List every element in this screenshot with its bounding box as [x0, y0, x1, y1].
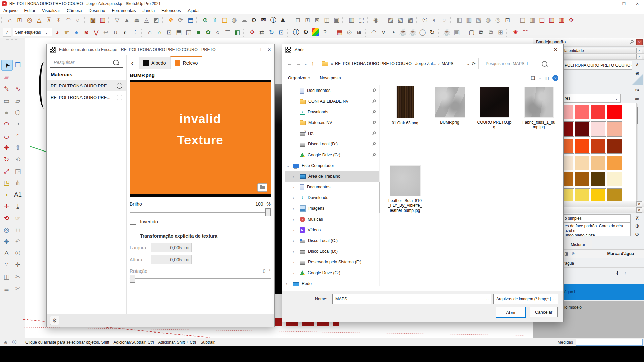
grip[interactable]: [450, 16, 453, 24]
grip[interactable]: [438, 28, 441, 37]
protractor-tool[interactable]: ◖: [1, 189, 12, 200]
height-field[interactable]: 0,005 m: [151, 255, 192, 264]
zoom-box-icon[interactable]: ⊡: [276, 27, 286, 37]
gear-icon[interactable]: ⚙: [301, 27, 311, 37]
tree-chevron-icon[interactable]: ›: [293, 270, 298, 276]
close-button[interactable]: ✕: [264, 44, 274, 55]
color-swatch[interactable]: [607, 105, 622, 120]
view-mode-icon[interactable]: ❏: [531, 75, 535, 81]
settings-gear-button[interactable]: ⚙: [50, 316, 59, 325]
maximize-button[interactable]: ❐: [617, 0, 631, 7]
forward-button[interactable]: →: [294, 59, 303, 68]
tree-item[interactable]: CONTABILIDADE NV: [285, 96, 379, 107]
section-fill-tool[interactable]: ≣: [1, 283, 12, 294]
refresh-icon[interactable]: ⟳: [472, 61, 476, 66]
watermark-icon-2[interactable]: ⊜: [571, 251, 575, 256]
brick-arrow-icon[interactable]: ▤: [537, 15, 547, 25]
color-swatch[interactable]: [591, 172, 606, 187]
upload-icon[interactable]: ⇧: [210, 15, 220, 25]
orbit-tool[interactable]: ⟲: [1, 213, 12, 223]
circle-tool[interactable]: ●: [1, 107, 12, 118]
follow-me-tool[interactable]: ⟲: [13, 154, 23, 165]
explicit-transform-checkbox[interactable]: [130, 233, 136, 239]
inverted-row[interactable]: Invertido: [130, 219, 271, 225]
menu-item[interactable]: Desenho: [85, 8, 108, 13]
arc-tool[interactable]: ◠: [1, 119, 12, 129]
menu-item[interactable]: Ferramentas: [109, 8, 139, 13]
enscape-logo-icon[interactable]: ❖: [166, 15, 176, 25]
brick-arrow3-icon[interactable]: ▦: [556, 15, 566, 25]
orbit-blue-icon[interactable]: ↻: [267, 27, 276, 37]
select-box3-icon[interactable]: ▩: [405, 15, 415, 25]
rotated-rectangle-tool[interactable]: ▱: [13, 96, 23, 106]
splash-icon[interactable]: ✺: [511, 27, 520, 37]
back-button[interactable]: ←: [285, 59, 294, 68]
plan-icon[interactable]: ⊡: [164, 27, 174, 37]
mail-icon[interactable]: ✉: [259, 15, 268, 25]
rotate-tool[interactable]: ↻: [1, 154, 12, 165]
grip[interactable]: [367, 16, 370, 24]
sphere-pair-icon[interactable]: ◐: [430, 15, 439, 25]
section-plane-icon[interactable]: ⊟: [293, 15, 303, 25]
circle-slash-icon[interactable]: ⊘: [344, 27, 354, 37]
blank[interactable]: [13, 72, 23, 82]
tree-item[interactable]: Disco Local (D:): [285, 139, 379, 149]
paintball-icon[interactable]: ◕: [52, 27, 62, 37]
close-icon[interactable]: ✕: [636, 207, 642, 213]
grip[interactable]: [196, 16, 199, 24]
pin-icon[interactable]: [629, 39, 635, 45]
axes-tool[interactable]: ✛: [1, 201, 12, 212]
grip[interactable]: [289, 16, 292, 24]
green-cube-icon[interactable]: ■: [194, 27, 203, 37]
cone-icon[interactable]: △: [34, 15, 44, 25]
select-box-icon[interactable]: ▨: [386, 15, 395, 25]
close-icon[interactable]: ✕: [636, 201, 642, 206]
tray-close-button[interactable]: ✕: [636, 39, 643, 45]
grip[interactable]: [365, 28, 368, 37]
brace-icon[interactable]: {: [616, 270, 618, 275]
section-display-icon[interactable]: ◫: [322, 15, 332, 25]
view-caret-icon[interactable]: ⌄: [538, 76, 541, 80]
close-button[interactable]: ✕: [631, 0, 644, 7]
material-list-item[interactable]: RF_POLTRONA OURO PRE...: [47, 80, 126, 91]
info-icon[interactable]: ⓘ: [291, 27, 301, 37]
dashed-circle-icon[interactable]: ◌: [439, 15, 449, 25]
back-arrow-icon[interactable]: ↩: [101, 27, 111, 37]
c-arrow-icon[interactable]: ↻: [427, 27, 437, 37]
measurements-input[interactable]: [576, 339, 643, 346]
tree-item[interactable]: Downloads: [285, 107, 379, 117]
cloud-icon[interactable]: ☁: [239, 15, 249, 25]
brick-move-icon[interactable]: ✥: [566, 15, 576, 25]
color-swatch[interactable]: [575, 172, 590, 187]
frame-gray-icon[interactable]: ▣: [452, 27, 462, 37]
menu-item[interactable]: Visualizar: [39, 8, 63, 13]
dome-icon[interactable]: ◠: [63, 15, 73, 25]
cloud2-icon[interactable]: ◯: [418, 27, 427, 37]
scale-tool[interactable]: ⤢: [1, 166, 12, 176]
move-tool[interactable]: ✥: [1, 142, 12, 153]
color-swatch[interactable]: [607, 138, 622, 154]
tree-item[interactable]: › Vídeos: [285, 225, 379, 235]
texture-preview[interactable]: invalid Texture: [130, 80, 271, 197]
grip[interactable]: [342, 16, 345, 24]
breadcrumb-current[interactable]: MAPS: [442, 61, 453, 66]
organize-menu[interactable]: Organizar ▾: [288, 76, 310, 80]
info-icon[interactable]: ⓘ: [11, 339, 17, 345]
export-arrow-icon[interactable]: ⇨: [633, 95, 641, 103]
tree-item[interactable]: › Disco Local (D:): [285, 246, 379, 257]
color-swatch[interactable]: [591, 138, 606, 154]
tree-chevron-icon[interactable]: ›: [286, 281, 291, 286]
rainbow-icon[interactable]: [312, 28, 319, 36]
ellipse-icon[interactable]: ◎: [24, 15, 34, 25]
tree-item[interactable]: Materiais NV: [285, 117, 379, 128]
tab-misturar[interactable]: Misturar: [564, 240, 592, 249]
color-swatch[interactable]: [607, 121, 622, 137]
tree-item[interactable]: › Disco Local (C:): [285, 235, 379, 246]
palette-icon[interactable]: ◔: [388, 27, 398, 37]
sphere-icon[interactable]: ○: [73, 15, 83, 25]
tags-combo[interactable]: Sem etiquetas ⌄: [13, 28, 52, 36]
brightness-slider-handle[interactable]: [265, 208, 271, 216]
inverted-checkbox[interactable]: [130, 219, 136, 225]
brick2-icon[interactable]: ▥: [527, 15, 537, 25]
red-list-icon[interactable]: ☷: [520, 27, 530, 37]
